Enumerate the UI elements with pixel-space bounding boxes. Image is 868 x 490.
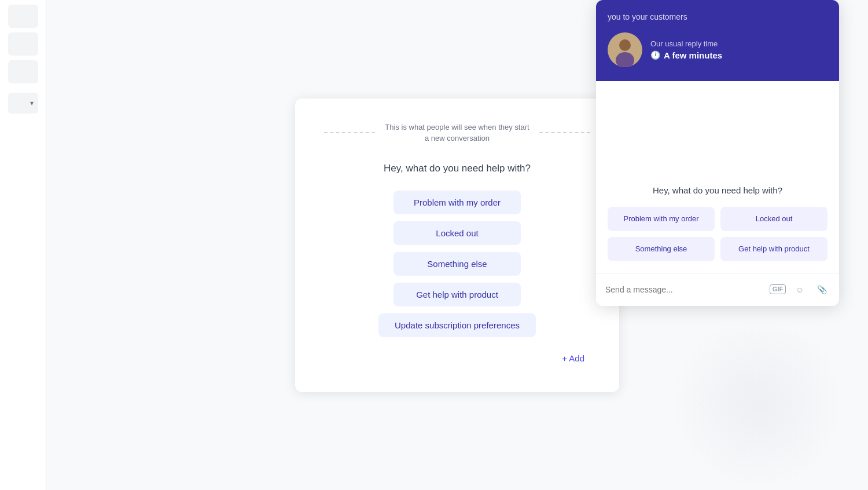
- reply-time-value: A few minutes: [664, 50, 722, 60]
- add-label: + Add: [562, 353, 584, 363]
- sidebar-item-2[interactable]: [8, 32, 38, 56]
- quick-replies-list: Problem with my order Locked out Somethi…: [324, 191, 590, 337]
- emoji-button[interactable]: ☺: [792, 281, 808, 298]
- greeting-text: Hey, what do you need help with?: [324, 163, 590, 174]
- add-button[interactable]: + Add: [562, 353, 590, 363]
- quick-reply-help[interactable]: Get help with product: [393, 283, 521, 306]
- chevron-down-icon: ▾: [30, 99, 34, 107]
- preview-card: This is what people will see when they s…: [295, 98, 619, 392]
- widget-footer: GIF ☺ 📎: [596, 273, 839, 306]
- widget-qr-something[interactable]: Something else: [608, 237, 715, 261]
- quick-reply-something[interactable]: Something else: [393, 252, 521, 276]
- avatar-image: [608, 32, 642, 67]
- bg-decoration: [671, 316, 845, 490]
- reply-label: Our usual reply time: [650, 39, 827, 48]
- widget-qr-locked[interactable]: Locked out: [720, 207, 827, 231]
- attachment-button[interactable]: 📎: [814, 281, 830, 298]
- divider-label: This is what people will see when they s…: [382, 122, 532, 144]
- sidebar-item-3[interactable]: [8, 60, 38, 83]
- clock-icon: 🕐: [650, 50, 660, 60]
- widget-qr-problem[interactable]: Problem with my order: [608, 207, 715, 231]
- agent-info: Our usual reply time 🕐 A few minutes: [608, 32, 827, 67]
- widget-body: Hey, what do you need help with? Problem…: [596, 81, 839, 261]
- reply-info: Our usual reply time 🕐 A few minutes: [650, 39, 827, 60]
- emoji-icon: ☺: [796, 285, 804, 294]
- sidebar-item-1[interactable]: [8, 5, 38, 28]
- sidebar: ▾: [0, 0, 46, 490]
- paperclip-icon: 📎: [817, 285, 827, 294]
- widget-greeting: Hey, what do you need help with?: [608, 185, 827, 195]
- gif-label: GIF: [770, 284, 786, 294]
- svg-point-1: [619, 39, 631, 51]
- gif-button[interactable]: GIF: [770, 281, 786, 298]
- divider-section: This is what people will see when they s…: [324, 122, 590, 144]
- sidebar-dropdown[interactable]: ▾: [8, 93, 38, 114]
- widget-qr-help[interactable]: Get help with product: [720, 237, 827, 261]
- quick-reply-locked[interactable]: Locked out: [393, 221, 521, 245]
- widget-header-subtitle: you to your customers: [608, 12, 827, 23]
- avatar: [608, 32, 642, 67]
- main-area: This is what people will see when they s…: [46, 0, 868, 490]
- quick-reply-subscription[interactable]: Update subscription preferences: [378, 313, 536, 337]
- widget-quick-replies: Problem with my order Locked out Somethi…: [608, 207, 827, 261]
- widget-header: you to your customers Our usual: [596, 0, 839, 81]
- footer-icons: GIF ☺ 📎: [770, 281, 830, 298]
- quick-reply-problem[interactable]: Problem with my order: [393, 191, 521, 214]
- widget-preview-area: you to your customers Our usual: [590, 0, 845, 490]
- widget-card: you to your customers Our usual: [596, 0, 839, 306]
- reply-time: 🕐 A few minutes: [650, 50, 827, 60]
- message-input[interactable]: [605, 285, 763, 294]
